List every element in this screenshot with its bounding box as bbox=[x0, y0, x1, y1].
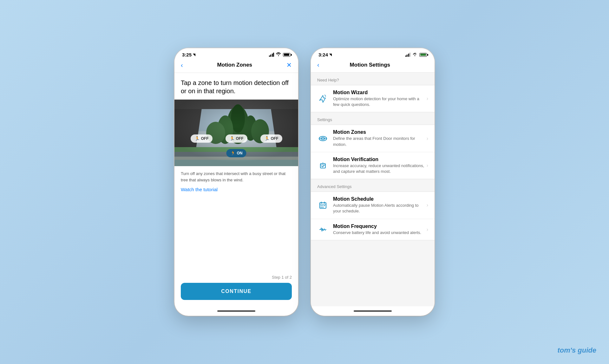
battery-icon-1 bbox=[283, 53, 291, 57]
section-label-settings: Settings bbox=[311, 112, 435, 125]
schedule-desc: Automatically pause Motion Alerts accord… bbox=[333, 203, 427, 214]
zones-row: 🏃 OFF 🏃 OFF 🏃 OFF bbox=[174, 134, 298, 143]
verification-desc: Increase accuracy, reduce unwanted notif… bbox=[333, 163, 427, 174]
settings-content: Need Help? Motion Wizard Optimize motion… bbox=[311, 73, 435, 306]
settings-item-zones[interactable]: Motion Zones Define the areas that Front… bbox=[311, 125, 435, 152]
zone-3-button[interactable]: 🏃 OFF bbox=[260, 134, 282, 143]
verification-chevron: › bbox=[427, 163, 428, 168]
instruction-text: Tap a zone to turn motion detection off … bbox=[174, 73, 298, 100]
tutorial-link[interactable]: Watch the tutorial bbox=[174, 185, 298, 197]
status-time-1: 3:25 ◥ bbox=[182, 52, 195, 57]
watermark: tom's guide bbox=[557, 346, 596, 354]
location-icon-1: ◥ bbox=[193, 53, 195, 56]
home-indicator-1 bbox=[174, 306, 298, 316]
settings-group-need-help: Motion Wizard Optimize motion detection … bbox=[311, 85, 435, 112]
settings-item-verification[interactable]: Motion Verification Increase accuracy, r… bbox=[311, 152, 435, 179]
zones-title: Motion Zones bbox=[333, 129, 427, 135]
zone-2-button[interactable]: 🏃 OFF bbox=[226, 134, 247, 143]
section-label-advanced: Advanced Settings bbox=[311, 179, 435, 192]
continue-button[interactable]: CONTINUE bbox=[181, 283, 292, 300]
zones-desc: Define the areas that Front Door monitor… bbox=[333, 136, 427, 147]
settings-item-wizard[interactable]: Motion Wizard Optimize motion detection … bbox=[311, 85, 435, 112]
status-bar-1: 3:25 ◥ bbox=[174, 48, 298, 59]
close-button-1[interactable]: ✕ bbox=[286, 61, 292, 69]
help-text: Turn off any zones that intersect with a… bbox=[174, 166, 298, 185]
verification-icon bbox=[317, 160, 329, 171]
svg-rect-28 bbox=[321, 205, 322, 206]
status-time-2: 3:24 ◥ bbox=[318, 52, 332, 57]
nav-header-2: ‹ Motion Settings bbox=[311, 59, 435, 73]
svg-rect-31 bbox=[321, 207, 322, 208]
verification-title: Motion Verification bbox=[333, 157, 427, 162]
wizard-text: Motion Wizard Optimize motion detection … bbox=[333, 90, 427, 107]
frequency-icon bbox=[317, 224, 329, 235]
schedule-chevron: › bbox=[427, 202, 428, 208]
settings-group-settings: Motion Zones Define the areas that Front… bbox=[311, 125, 435, 179]
signal-icon-2 bbox=[405, 53, 411, 57]
frequency-chevron: › bbox=[427, 227, 428, 232]
status-bar-2: 3:24 ◥ bbox=[311, 48, 435, 59]
status-icons-1 bbox=[269, 52, 291, 57]
schedule-text: Motion Schedule Automatically pause Moti… bbox=[333, 196, 427, 214]
zone-1-button[interactable]: 🏃 OFF bbox=[191, 134, 213, 143]
camera-view: 🏃 OFF 🏃 OFF 🏃 OFF 🏃 ON bbox=[174, 100, 298, 166]
wizard-title: Motion Wizard bbox=[333, 90, 427, 95]
phone-2: 3:24 ◥ ‹ Motion Settings bbox=[311, 48, 435, 316]
wizard-icon bbox=[317, 93, 329, 104]
frequency-title: Motion Frequency bbox=[333, 224, 427, 229]
svg-rect-30 bbox=[324, 205, 325, 206]
settings-group-advanced: Motion Schedule Automatically pause Moti… bbox=[311, 192, 435, 240]
back-button-2[interactable]: ‹ bbox=[317, 61, 319, 68]
settings-item-frequency[interactable]: Motion Frequency Conserve battery life a… bbox=[311, 219, 435, 240]
svg-rect-29 bbox=[323, 205, 324, 206]
section-label-need-help: Need Help? bbox=[311, 73, 435, 85]
bottom-section: Step 1 of 2 CONTINUE bbox=[174, 272, 298, 306]
zones-chevron: › bbox=[427, 136, 428, 141]
zone-on-row: 🏃 ON bbox=[226, 149, 246, 157]
wizard-chevron: › bbox=[427, 96, 428, 101]
home-indicator-2 bbox=[311, 306, 435, 316]
zones-text: Motion Zones Define the areas that Front… bbox=[333, 129, 427, 147]
zones-icon bbox=[317, 133, 329, 144]
frequency-desc: Conserve battery life and avoid unwanted… bbox=[333, 230, 427, 236]
phone-1: 3:25 ◥ ‹ Motion Zones ✕ Tap bbox=[174, 48, 298, 316]
screen-content-1: Tap a zone to turn motion detection off … bbox=[174, 73, 298, 306]
settings-item-schedule[interactable]: Motion Schedule Automatically pause Moti… bbox=[311, 192, 435, 219]
svg-line-17 bbox=[325, 95, 325, 95]
signal-icon-1 bbox=[269, 53, 274, 57]
svg-rect-21 bbox=[320, 164, 325, 168]
screen-title-2: Motion Settings bbox=[350, 62, 390, 68]
wifi-icon-1 bbox=[276, 52, 281, 57]
schedule-title: Motion Schedule bbox=[333, 196, 427, 202]
svg-rect-32 bbox=[323, 207, 324, 208]
location-icon-2: ◥ bbox=[329, 53, 332, 56]
wifi-icon-2 bbox=[412, 52, 417, 57]
battery-icon-2 bbox=[419, 53, 427, 57]
schedule-icon bbox=[317, 199, 329, 211]
screen-title-1: Motion Zones bbox=[217, 62, 252, 68]
step-text: Step 1 of 2 bbox=[181, 275, 292, 280]
nav-header-1: ‹ Motion Zones ✕ bbox=[174, 59, 298, 73]
verification-text: Motion Verification Increase accuracy, r… bbox=[333, 157, 427, 174]
frequency-text: Motion Frequency Conserve battery life a… bbox=[333, 224, 427, 236]
svg-line-41 bbox=[325, 230, 326, 230]
status-icons-2 bbox=[405, 52, 427, 57]
wizard-desc: Optimize motion detection for your home … bbox=[333, 96, 427, 107]
back-button-1[interactable]: ‹ bbox=[181, 62, 183, 69]
zone-4-button[interactable]: 🏃 ON bbox=[226, 149, 246, 157]
